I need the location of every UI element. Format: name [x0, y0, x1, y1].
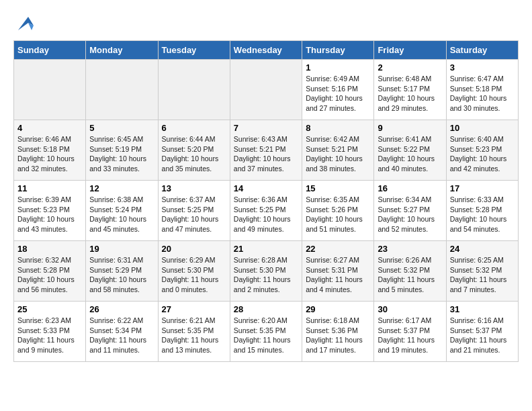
header-thursday: Thursday — [302, 41, 374, 60]
header-friday: Friday — [374, 41, 446, 60]
calendar-cell: 11Sunrise: 6:39 AMSunset: 5:23 PMDayligh… — [14, 181, 86, 241]
header-monday: Monday — [86, 41, 158, 60]
day-number: 12 — [89, 183, 154, 193]
calendar-cell: 31Sunrise: 6:16 AMSunset: 5:37 PMDayligh… — [446, 302, 518, 362]
day-number: 7 — [234, 123, 298, 133]
day-info: Sunrise: 6:25 AMSunset: 5:32 PMDaylight:… — [450, 255, 515, 295]
day-number: 17 — [450, 183, 515, 193]
day-number: 6 — [162, 123, 226, 133]
day-info: Sunrise: 6:41 AMSunset: 5:22 PMDaylight:… — [378, 134, 442, 174]
calendar-cell: 23Sunrise: 6:26 AMSunset: 5:32 PMDayligh… — [374, 241, 446, 302]
day-info: Sunrise: 6:29 AMSunset: 5:30 PMDaylight:… — [162, 255, 226, 295]
calendar-cell — [230, 60, 302, 120]
week-row-5: 25Sunrise: 6:23 AMSunset: 5:33 PMDayligh… — [14, 302, 519, 362]
day-number: 10 — [450, 123, 515, 133]
calendar-cell: 12Sunrise: 6:38 AMSunset: 5:24 PMDayligh… — [86, 181, 158, 241]
week-row-4: 18Sunrise: 6:32 AMSunset: 5:28 PMDayligh… — [14, 241, 519, 302]
week-row-2: 4Sunrise: 6:46 AMSunset: 5:18 PMDaylight… — [14, 120, 519, 181]
day-number: 14 — [234, 183, 298, 193]
calendar-cell: 27Sunrise: 6:21 AMSunset: 5:35 PMDayligh… — [158, 302, 230, 362]
day-info: Sunrise: 6:35 AMSunset: 5:26 PMDaylight:… — [306, 195, 370, 234]
day-info: Sunrise: 6:37 AMSunset: 5:25 PMDaylight:… — [162, 195, 226, 234]
day-info: Sunrise: 6:17 AMSunset: 5:37 PMDaylight:… — [378, 316, 442, 355]
logo-icon — [15, 13, 35, 34]
day-number: 24 — [450, 244, 515, 254]
day-number: 16 — [378, 183, 442, 193]
day-number: 19 — [89, 244, 154, 254]
calendar-cell: 15Sunrise: 6:35 AMSunset: 5:26 PMDayligh… — [302, 181, 374, 241]
day-info: Sunrise: 6:18 AMSunset: 5:36 PMDaylight:… — [306, 316, 370, 355]
header-wednesday: Wednesday — [230, 41, 302, 60]
day-info: Sunrise: 6:31 AMSunset: 5:29 PMDaylight:… — [89, 255, 154, 295]
calendar-cell: 9Sunrise: 6:41 AMSunset: 5:22 PMDaylight… — [374, 120, 446, 181]
day-info: Sunrise: 6:45 AMSunset: 5:19 PMDaylight:… — [89, 134, 154, 174]
day-info: Sunrise: 6:28 AMSunset: 5:30 PMDaylight:… — [234, 255, 298, 295]
day-number: 22 — [306, 244, 370, 254]
day-number: 8 — [306, 123, 370, 133]
calendar-cell: 7Sunrise: 6:43 AMSunset: 5:21 PMDaylight… — [230, 120, 302, 181]
day-number: 13 — [162, 183, 226, 193]
calendar-cell: 14Sunrise: 6:36 AMSunset: 5:25 PMDayligh… — [230, 181, 302, 241]
header-sunday: Sunday — [14, 41, 86, 60]
header-tuesday: Tuesday — [158, 41, 230, 60]
day-number: 3 — [450, 62, 515, 73]
calendar-cell: 28Sunrise: 6:20 AMSunset: 5:35 PMDayligh… — [230, 302, 302, 362]
calendar-cell: 10Sunrise: 6:40 AMSunset: 5:23 PMDayligh… — [446, 120, 518, 181]
day-info: Sunrise: 6:22 AMSunset: 5:34 PMDaylight:… — [89, 316, 154, 355]
calendar-cell: 29Sunrise: 6:18 AMSunset: 5:36 PMDayligh… — [302, 302, 374, 362]
calendar-cell: 19Sunrise: 6:31 AMSunset: 5:29 PMDayligh… — [86, 241, 158, 302]
day-info: Sunrise: 6:49 AMSunset: 5:16 PMDaylight:… — [306, 74, 370, 113]
day-info: Sunrise: 6:33 AMSunset: 5:28 PMDaylight:… — [450, 195, 515, 234]
day-info: Sunrise: 6:36 AMSunset: 5:25 PMDaylight:… — [234, 195, 298, 234]
calendar-cell: 5Sunrise: 6:45 AMSunset: 5:19 PMDaylight… — [86, 120, 158, 181]
calendar-table: SundayMondayTuesdayWednesdayThursdayFrid… — [13, 40, 519, 362]
calendar-cell: 22Sunrise: 6:27 AMSunset: 5:31 PMDayligh… — [302, 241, 374, 302]
week-row-3: 11Sunrise: 6:39 AMSunset: 5:23 PMDayligh… — [14, 181, 519, 241]
calendar-cell — [158, 60, 230, 120]
day-number: 15 — [306, 183, 370, 193]
calendar-cell: 17Sunrise: 6:33 AMSunset: 5:28 PMDayligh… — [446, 181, 518, 241]
day-number: 23 — [378, 244, 442, 254]
day-number: 20 — [162, 244, 226, 254]
calendar-cell: 13Sunrise: 6:37 AMSunset: 5:25 PMDayligh… — [158, 181, 230, 241]
calendar-cell: 3Sunrise: 6:47 AMSunset: 5:18 PMDaylight… — [446, 60, 518, 120]
calendar-cell: 26Sunrise: 6:22 AMSunset: 5:34 PMDayligh… — [86, 302, 158, 362]
day-number: 30 — [378, 304, 442, 314]
calendar-cell: 24Sunrise: 6:25 AMSunset: 5:32 PMDayligh… — [446, 241, 518, 302]
day-info: Sunrise: 6:42 AMSunset: 5:21 PMDaylight:… — [306, 134, 370, 174]
day-number: 25 — [17, 304, 82, 314]
day-info: Sunrise: 6:21 AMSunset: 5:35 PMDaylight:… — [162, 316, 226, 355]
day-info: Sunrise: 6:20 AMSunset: 5:35 PMDaylight:… — [234, 316, 298, 355]
day-info: Sunrise: 6:26 AMSunset: 5:32 PMDaylight:… — [378, 255, 442, 295]
day-info: Sunrise: 6:47 AMSunset: 5:18 PMDaylight:… — [450, 74, 515, 113]
day-number: 9 — [378, 123, 442, 133]
day-number: 18 — [17, 244, 82, 254]
week-row-1: 1Sunrise: 6:49 AMSunset: 5:16 PMDaylight… — [14, 60, 519, 120]
calendar-cell — [86, 60, 158, 120]
page-header — [13, 13, 519, 34]
day-number: 21 — [234, 244, 298, 254]
day-info: Sunrise: 6:16 AMSunset: 5:37 PMDaylight:… — [450, 316, 515, 355]
calendar-cell: 6Sunrise: 6:44 AMSunset: 5:20 PMDaylight… — [158, 120, 230, 181]
day-info: Sunrise: 6:34 AMSunset: 5:27 PMDaylight:… — [378, 195, 442, 234]
header-saturday: Saturday — [446, 41, 518, 60]
calendar-cell — [14, 60, 86, 120]
day-number: 5 — [89, 123, 154, 133]
calendar-cell: 1Sunrise: 6:49 AMSunset: 5:16 PMDaylight… — [302, 60, 374, 120]
calendar-cell: 4Sunrise: 6:46 AMSunset: 5:18 PMDaylight… — [14, 120, 86, 181]
day-number: 11 — [17, 183, 82, 193]
day-info: Sunrise: 6:43 AMSunset: 5:21 PMDaylight:… — [234, 134, 298, 174]
day-number: 1 — [306, 62, 370, 73]
day-info: Sunrise: 6:40 AMSunset: 5:23 PMDaylight:… — [450, 134, 515, 174]
calendar-cell: 21Sunrise: 6:28 AMSunset: 5:30 PMDayligh… — [230, 241, 302, 302]
calendar-cell: 2Sunrise: 6:48 AMSunset: 5:17 PMDaylight… — [374, 60, 446, 120]
day-info: Sunrise: 6:46 AMSunset: 5:18 PMDaylight:… — [17, 134, 82, 174]
day-number: 31 — [450, 304, 515, 314]
day-info: Sunrise: 6:39 AMSunset: 5:23 PMDaylight:… — [17, 195, 82, 234]
day-info: Sunrise: 6:23 AMSunset: 5:33 PMDaylight:… — [17, 316, 82, 355]
day-info: Sunrise: 6:38 AMSunset: 5:24 PMDaylight:… — [89, 195, 154, 234]
calendar-cell: 18Sunrise: 6:32 AMSunset: 5:28 PMDayligh… — [14, 241, 86, 302]
day-number: 29 — [306, 304, 370, 314]
calendar-header-row: SundayMondayTuesdayWednesdayThursdayFrid… — [14, 41, 519, 60]
calendar-cell: 30Sunrise: 6:17 AMSunset: 5:37 PMDayligh… — [374, 302, 446, 362]
